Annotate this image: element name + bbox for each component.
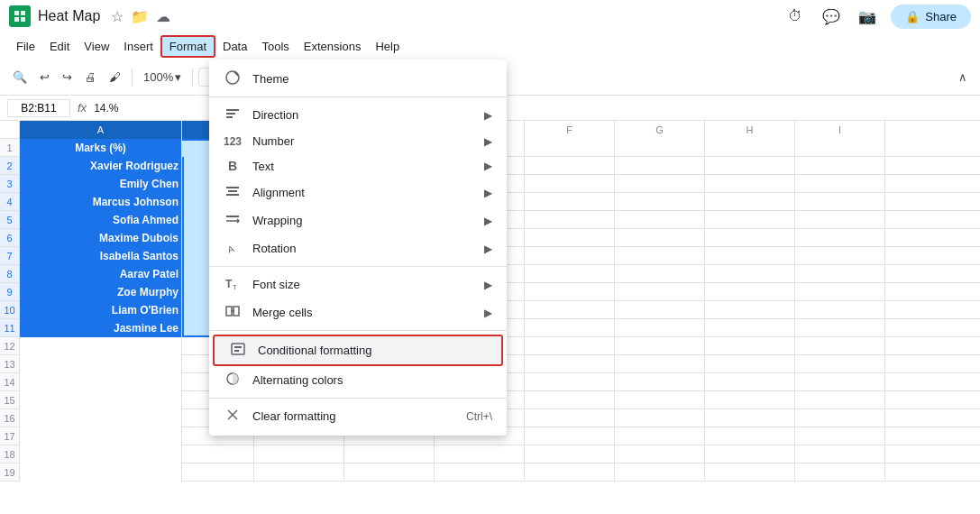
comment-icon[interactable]: 💬: [819, 4, 844, 29]
col-header-h[interactable]: H: [705, 121, 795, 139]
cell-a16[interactable]: [20, 409, 182, 427]
cell-f14[interactable]: [525, 373, 615, 391]
menu-option-alternating[interactable]: Alternating colors: [209, 366, 507, 394]
cell-g13[interactable]: [615, 355, 705, 373]
cloud-icon[interactable]: ☁: [156, 8, 170, 25]
cell-g17[interactable]: [615, 427, 705, 445]
cell-i4[interactable]: [795, 193, 885, 211]
cell-e18[interactable]: [435, 445, 525, 464]
cell-i14[interactable]: [795, 373, 885, 391]
print-button[interactable]: 🖨: [79, 67, 102, 87]
cell-i12[interactable]: [795, 337, 885, 355]
menu-option-clear[interactable]: Clear formatting Ctrl+\: [209, 402, 507, 430]
cell-i7[interactable]: [795, 247, 885, 265]
cell-f9[interactable]: [525, 283, 615, 301]
cell-i16[interactable]: [795, 409, 885, 427]
cell-f10[interactable]: [525, 301, 615, 319]
cell-f5[interactable]: [525, 211, 615, 229]
cell-h1[interactable]: [705, 139, 795, 157]
menu-option-merge[interactable]: Merge cells ▶: [209, 298, 507, 326]
paint-format-button[interactable]: 🖌: [104, 67, 126, 87]
cell-f1[interactable]: [525, 139, 615, 157]
menu-option-text[interactable]: B Text ▶: [209, 153, 507, 179]
col-header-f[interactable]: F: [525, 121, 615, 139]
cell-g4[interactable]: [615, 193, 705, 211]
cell-h17[interactable]: [705, 427, 795, 445]
cell-f19[interactable]: [525, 464, 615, 482]
cell-a5[interactable]: Sofia Ahmed: [20, 211, 182, 229]
camera-icon[interactable]: 📷: [855, 4, 880, 29]
cell-f17[interactable]: [525, 427, 615, 445]
cell-h5[interactable]: [705, 211, 795, 229]
share-button[interactable]: 🔒 Share: [891, 5, 971, 29]
cell-i13[interactable]: [795, 355, 885, 373]
cell-g11[interactable]: [615, 319, 705, 337]
cell-a2[interactable]: Xavier Rodriguez: [20, 157, 182, 175]
menu-data[interactable]: Data: [215, 37, 254, 56]
cell-a7[interactable]: Isabella Santos: [20, 247, 182, 265]
cell-h3[interactable]: [705, 175, 795, 193]
collapse-button[interactable]: ∧: [953, 67, 973, 87]
cell-i2[interactable]: [795, 157, 885, 175]
cell-g8[interactable]: [615, 265, 705, 283]
cell-a6[interactable]: Maxime Dubois: [20, 229, 182, 247]
cell-f6[interactable]: [525, 229, 615, 247]
menu-option-conditional[interactable]: Conditional formatting: [213, 335, 503, 366]
cell-a9[interactable]: Zoe Murphy: [20, 283, 182, 301]
cell-g10[interactable]: [615, 301, 705, 319]
undo-button[interactable]: ↩: [34, 67, 55, 87]
cell-g3[interactable]: [615, 175, 705, 193]
cell-f3[interactable]: [525, 175, 615, 193]
menu-help[interactable]: Help: [368, 37, 407, 56]
cell-i19[interactable]: [795, 464, 885, 482]
cell-i3[interactable]: [795, 175, 885, 193]
menu-insert[interactable]: Insert: [116, 37, 160, 56]
cell-f7[interactable]: [525, 247, 615, 265]
cell-h10[interactable]: [705, 301, 795, 319]
menu-option-rotation[interactable]: A Rotation ▶: [209, 234, 507, 262]
cell-a11[interactable]: Jasmine Lee: [20, 319, 182, 337]
cell-a17[interactable]: [20, 427, 182, 445]
cell-g18[interactable]: [615, 445, 705, 464]
folder-icon[interactable]: 📁: [131, 8, 149, 25]
cell-a15[interactable]: [20, 391, 182, 409]
cell-a12[interactable]: [20, 337, 182, 355]
cell-f4[interactable]: [525, 193, 615, 211]
zoom-button[interactable]: 100% ▾: [138, 67, 187, 87]
cell-g7[interactable]: [615, 247, 705, 265]
cell-i9[interactable]: [795, 283, 885, 301]
cell-e19[interactable]: [435, 464, 525, 482]
cell-i5[interactable]: [795, 211, 885, 229]
menu-extensions[interactable]: Extensions: [297, 37, 369, 56]
cell-c19[interactable]: [254, 464, 344, 482]
history-icon[interactable]: ⏱: [783, 4, 808, 29]
cell-f16[interactable]: [525, 409, 615, 427]
menu-format[interactable]: Format: [160, 35, 215, 58]
cell-f18[interactable]: [525, 445, 615, 464]
cell-a8[interactable]: Aarav Patel: [20, 265, 182, 283]
cell-i11[interactable]: [795, 319, 885, 337]
redo-button[interactable]: ↪: [57, 67, 78, 87]
cell-d19[interactable]: [344, 464, 435, 482]
search-button[interactable]: 🔍: [7, 67, 32, 87]
cell-h4[interactable]: [705, 193, 795, 211]
menu-tools[interactable]: Tools: [254, 37, 296, 56]
col-header-a[interactable]: A: [20, 121, 182, 139]
cell-h9[interactable]: [705, 283, 795, 301]
cell-h14[interactable]: [705, 373, 795, 391]
cell-reference[interactable]: B2:B11: [7, 99, 70, 117]
menu-edit[interactable]: Edit: [42, 37, 77, 56]
cell-h11[interactable]: [705, 319, 795, 337]
cell-h7[interactable]: [705, 247, 795, 265]
cell-a13[interactable]: [20, 355, 182, 373]
cell-h8[interactable]: [705, 265, 795, 283]
cell-d18[interactable]: [344, 445, 435, 464]
cell-a1[interactable]: Marks (%): [20, 139, 182, 157]
cell-g12[interactable]: [615, 337, 705, 355]
cell-i1[interactable]: [795, 139, 885, 157]
menu-option-fontsize[interactable]: TT Font size ▶: [209, 271, 507, 298]
cell-i8[interactable]: [795, 265, 885, 283]
cell-c18[interactable]: [254, 445, 344, 464]
cell-a10[interactable]: Liam O'Brien: [20, 301, 182, 319]
cell-i17[interactable]: [795, 427, 885, 445]
